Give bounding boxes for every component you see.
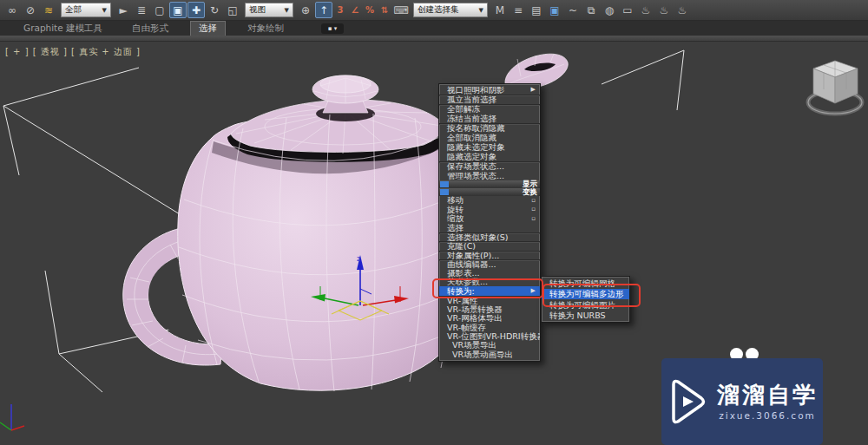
select-and-rotate-icon[interactable]: ↻: [206, 2, 223, 18]
chevron-down-icon: ▼: [285, 7, 289, 14]
menu-item-freeze-selection[interactable]: 冻结当前选择: [439, 114, 540, 123]
break-link-icon[interactable]: ⊘: [22, 2, 39, 18]
chevron-down-icon: ▼: [479, 7, 483, 14]
teapot-lid: [231, 100, 443, 152]
select-and-manipulate-icon[interactable]: ↑: [315, 2, 332, 18]
menu-item-settings-icon: ▫: [531, 216, 536, 222]
select-by-name-icon[interactable]: ≣: [133, 2, 150, 18]
menu-item-vr-frame-buffer[interactable]: VR-帧缓存: [439, 323, 540, 331]
ribbon-collapsed-strip: [0, 36, 868, 42]
teapot-body: [178, 116, 457, 390]
selection-brackets: [3, 50, 684, 392]
select-and-scale-icon[interactable]: ◱: [224, 2, 241, 18]
menu-item-select-similar[interactable]: 选择类似对象(S): [439, 232, 540, 241]
menu-item-dope-sheet[interactable]: 摄影表...: [439, 269, 540, 278]
mirror-icon[interactable]: M: [491, 2, 509, 18]
annotation-box-editable-poly: [542, 284, 641, 307]
menu-item-rotate[interactable]: 旋转 ▫: [439, 205, 540, 213]
menu-item-scale[interactable]: 缩放 ▫: [439, 214, 540, 223]
menu-item-vr-scene-export[interactable]: VR场景导出: [439, 341, 540, 350]
curve-editor-icon[interactable]: ~: [564, 2, 582, 18]
select-and-move-icon[interactable]: ✚: [187, 2, 205, 18]
menu-item-vr-scene-converter[interactable]: VR-场景转换器: [439, 304, 540, 313]
render-setup-icon[interactable]: ◍: [601, 2, 618, 18]
menu-item-viewport-lighting-shadows[interactable]: 视口照明和阴影 ▶: [439, 85, 540, 95]
menu-item-vr-scene-anim-export[interactable]: VR场景动画导出: [439, 350, 540, 358]
angle-snap-icon[interactable]: ∠: [348, 2, 362, 18]
watermark-title: 溜溜自学: [717, 383, 818, 408]
spinner-snap-icon[interactable]: ⇅: [378, 2, 391, 18]
selection-region-icon[interactable]: ▢: [151, 2, 168, 18]
percent-snap-icon[interactable]: %: [363, 2, 377, 18]
menu-item-unhide-by-name[interactable]: 按名称取消隐藏: [439, 123, 540, 133]
menu-item-save-scene-state[interactable]: 保存场景状态...: [439, 161, 540, 171]
quad-header-transform[interactable]: 变换: [439, 188, 540, 196]
select-object-icon[interactable]: ►: [115, 2, 132, 18]
teapot-handle-hole: [148, 252, 222, 342]
reference-coordinate-dropdown[interactable]: 视图 ▼: [245, 3, 293, 17]
ribbon-minimize-button[interactable]: ▪ ▾: [321, 23, 344, 34]
menu-item-object-properties[interactable]: 对象属性(P)...: [439, 251, 540, 259]
teapot-handle: [123, 226, 222, 365]
use-pivot-center-icon[interactable]: ⊕: [297, 2, 314, 18]
quick-render-icon[interactable]: ♨: [674, 2, 691, 18]
select-and-link-icon[interactable]: ∞: [3, 2, 21, 18]
ribbon-tab-bar: Graphite 建模工具自由形式选择对象绘制 ▪ ▾: [0, 21, 868, 36]
chevron-down-icon: ▼: [102, 7, 107, 14]
menu-item-select[interactable]: 选择: [439, 223, 540, 232]
watermark: 溜溜自学 zixue.3066.com: [661, 358, 823, 445]
menu-item-unhide-all[interactable]: 全部取消隐藏: [439, 133, 540, 142]
menu-item-settings-icon: ▫: [531, 206, 536, 213]
selection-filter-dropdown[interactable]: 全部 ▼: [61, 3, 111, 17]
bind-to-space-warp-icon[interactable]: ≋: [40, 2, 57, 18]
submenu-item-convert-to-nurbs[interactable]: 转换为 NURBS: [542, 311, 629, 322]
menu-item-hide-unselected[interactable]: 隐藏未选定对象: [439, 142, 540, 152]
move-gizmo[interactable]: z: [311, 255, 409, 320]
submenu-arrow-icon: ▶: [531, 87, 536, 93]
tab-object-paint[interactable]: 对象绘制: [240, 22, 292, 36]
quad-color-swatch: [440, 189, 449, 195]
menu-item-unfreeze-all[interactable]: 全部解冻: [439, 104, 540, 114]
menu-item-vr-bitmap-to-hdri-converter[interactable]: VR-位图到VR-HDRI转换器: [439, 332, 540, 341]
menu-item-move[interactable]: 移动 ▫: [439, 196, 540, 205]
menu-item-clone[interactable]: 克隆(C): [439, 241, 540, 250]
keyboard-override-icon[interactable]: ⌨: [392, 2, 410, 18]
tab-graphite-modeling[interactable]: Graphite 建模工具: [16, 22, 110, 36]
play-logo-icon: [667, 379, 707, 424]
rendered-frame-window-icon[interactable]: ▭: [619, 2, 636, 18]
align-icon[interactable]: ≡: [510, 2, 527, 18]
gizmo-z-label: z: [357, 255, 360, 263]
quad-context-menu: 视口照明和阴影 ▶ 孤立当前选择 全部解冻 冻结当前选择: [438, 83, 541, 362]
snap-toggle-3d-icon[interactable]: 3: [333, 2, 347, 18]
3dsmax-application: ∞⊘≋ 全部 ▼ ►≣▢▣✚↻◱ 视图 ▼ ⊕↑3∠%⇅⌨ 创建选择集 ▼ M≡…: [0, 0, 868, 445]
render-iterative-icon[interactable]: ♨: [655, 2, 673, 18]
render-production-icon[interactable]: ♨: [637, 2, 654, 18]
tab-freeform[interactable]: 自由形式: [124, 22, 176, 36]
named-selection-set-dropdown[interactable]: 创建选择集 ▼: [413, 3, 488, 17]
menu-item-vr-mesh-export[interactable]: VR-网格体导出: [439, 314, 540, 323]
menu-item-curve-editor[interactable]: 曲线编辑器...: [439, 259, 540, 268]
window-crossing-toggle-icon[interactable]: ▣: [169, 2, 187, 18]
tab-selection[interactable]: 选择: [190, 21, 226, 36]
world-axis-tripod: [0, 404, 24, 430]
menu-item-settings-icon: ▫: [531, 198, 536, 204]
annotation-box-convert-to: [432, 278, 543, 298]
watermark-url: zixue.3066.com: [719, 410, 816, 421]
scene-explorer-icon[interactable]: ▣: [546, 2, 563, 18]
layer-manager-icon[interactable]: ▤: [528, 2, 545, 18]
menu-item-isolate-selection[interactable]: 孤立当前选择: [439, 95, 540, 104]
menu-item-hide-selection[interactable]: 隐藏选定对象: [439, 152, 540, 161]
quad-color-swatch: [440, 181, 449, 187]
viewport-label[interactable]: [ + ] [ 透视 ] [ 真实 + 边面 ]: [5, 46, 141, 58]
schematic-view-icon[interactable]: ⧉: [582, 2, 600, 18]
viewcube[interactable]: [808, 61, 862, 114]
teapot-lid-knob: [312, 75, 378, 103]
main-toolbar: ∞⊘≋ 全部 ▼ ►≣▢▣✚↻◱ 视图 ▼ ⊕↑3∠%⇅⌨ 创建选择集 ▼ M≡…: [0, 0, 868, 21]
